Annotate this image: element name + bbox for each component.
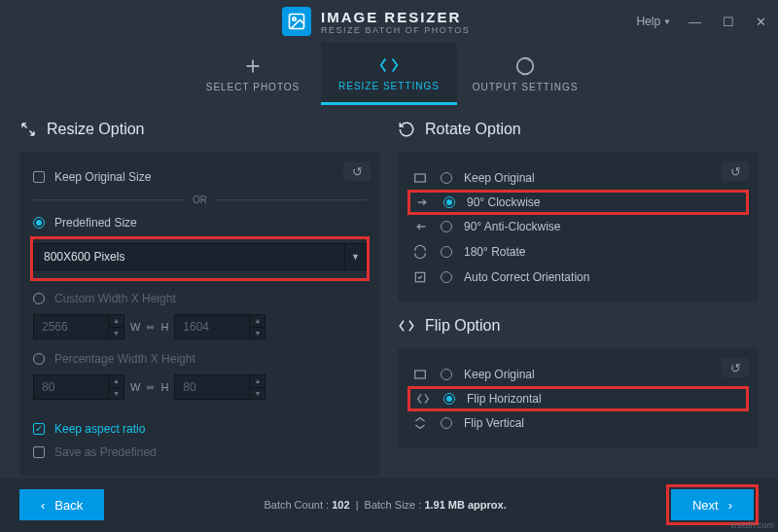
custom-size-radio[interactable] [33,293,45,304]
resize-panel: ↺ Keep Original Size OR Predefined Size … [19,152,380,476]
auto-orient-icon [411,269,429,285]
chevron-right-icon: › [728,498,732,513]
app-subtitle: RESIZE BATCH OF PHOTOS [321,25,470,35]
rotate-90acw-radio[interactable] [441,221,452,232]
next-button[interactable]: Next› [671,489,754,520]
rotate-panel: ↺ Keep Original 90° Clockwise 90° Anti-C… [398,152,759,301]
logo-area: IMAGE RESIZER RESIZE BATCH OF PHOTOS [282,7,470,36]
reset-resize-button[interactable]: ↺ [343,161,371,181]
flip-keep-icon [411,367,429,382]
predefined-size-dropdown[interactable]: ▼ [33,243,367,270]
app-logo [282,7,311,36]
percentage-size-radio[interactable] [33,353,45,365]
rotate-180-radio[interactable] [441,246,452,258]
flip-icon [398,317,415,335]
rotate-180-icon [411,244,429,260]
expand-icon [19,121,37,138]
help-menu[interactable]: Help ▼ [636,15,671,28]
maximize-button[interactable]: ☐ [719,13,738,31]
tab-select-photos[interactable]: SELECT PHOTOS [185,43,321,105]
percent-width-input[interactable]: ▲▼ [33,374,124,400]
back-button[interactable]: ‹Back [19,489,104,520]
flip-panel: ↺ Keep Original Flip Horizontal Flip Ver… [398,348,759,447]
svg-rect-5 [415,371,426,378]
tab-output-settings[interactable]: OUTPUT SETTINGS [457,43,593,105]
dropdown-toggle[interactable]: ▼ [345,243,367,270]
custom-width-input[interactable]: ▲▼ [33,314,124,339]
tab-resize-settings[interactable]: RESIZE SETTINGS [321,43,457,105]
predefined-size-value[interactable] [33,243,345,270]
flip-horizontal-radio[interactable] [443,393,455,405]
flip-h-icon [414,391,432,407]
keep-original-size-checkbox[interactable] [33,171,45,183]
custom-height-input[interactable]: ▲▼ [174,314,265,339]
flip-keep-radio[interactable] [441,369,452,380]
flip-v-icon [411,415,429,431]
watermark: wsxdn.com [730,520,774,530]
flip-heading: Flip Option [398,317,759,335]
rotate-keep-radio[interactable] [441,172,452,184]
resize-heading: Resize Option [19,121,380,138]
rotate-acw-icon [411,219,429,234]
batch-info: Batch Count : 102 | Batch Size : 1.91 MB… [104,499,666,511]
save-predefined-checkbox[interactable] [33,446,45,458]
close-button[interactable]: ✕ [752,13,770,31]
link-icon: ⬌ [146,321,155,334]
tabs: SELECT PHOTOS RESIZE SETTINGS OUTPUT SET… [0,43,778,105]
flip-vertical-radio[interactable] [441,417,452,429]
keep-aspect-ratio-checkbox[interactable] [33,423,45,435]
chevron-left-icon: ‹ [41,498,45,513]
rotate-heading: Rotate Option [398,121,759,138]
link-icon: ⬌ [146,381,155,394]
rotate-icon [398,121,415,138]
reset-flip-button[interactable]: ↺ [722,358,749,377]
titlebar: IMAGE RESIZER RESIZE BATCH OF PHOTOS Hel… [0,0,778,43]
keep-icon [411,170,429,186]
footer: ‹Back Batch Count : 102 | Batch Size : 1… [0,478,778,532]
svg-point-1 [293,18,296,20]
rotate-auto-radio[interactable] [441,271,452,283]
percent-height-input[interactable]: ▲▼ [174,374,265,400]
svg-rect-3 [415,174,426,182]
minimize-button[interactable]: — [685,13,705,31]
rotate-90cw-radio[interactable] [443,196,455,208]
reset-rotate-button[interactable]: ↺ [722,161,749,181]
app-title: IMAGE RESIZER [321,9,470,25]
rotate-cw-icon [414,195,432,210]
predefined-size-radio[interactable] [33,217,45,229]
